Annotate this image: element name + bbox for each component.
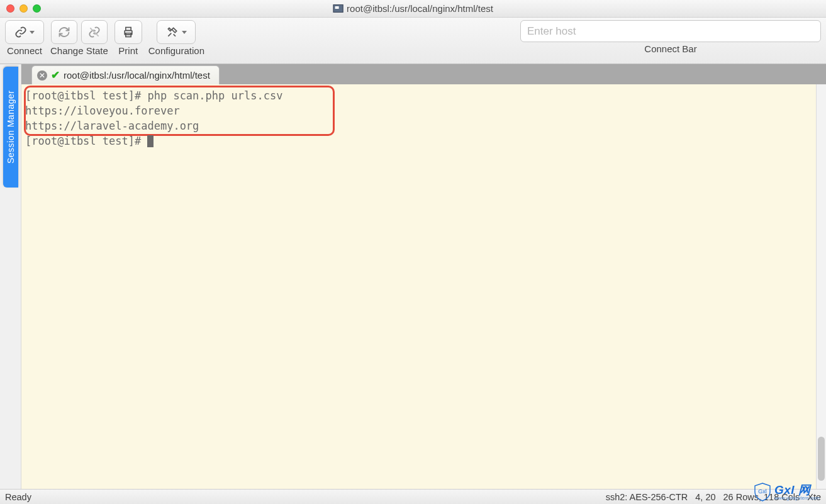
print-group: Print bbox=[114, 20, 142, 56]
disconnect-button[interactable] bbox=[81, 20, 108, 44]
link-break-icon bbox=[88, 26, 101, 38]
body: Session Manager ✕ ✔ root@itbsl:/usr/loca… bbox=[0, 64, 826, 489]
sidebar: Session Manager bbox=[0, 64, 21, 489]
configuration-button[interactable] bbox=[157, 20, 196, 44]
statusbar: Ready ssh2: AES-256-CTR 4, 20 26 Rows, 1… bbox=[0, 489, 826, 504]
minimize-window-button[interactable] bbox=[20, 4, 28, 13]
connect-bar-group: Connect Bar bbox=[520, 20, 821, 54]
tabstrip: ✕ ✔ root@itbsl:/usr/local/nginx/html/tes… bbox=[21, 64, 826, 84]
terminal-line: https://iloveyou.forever bbox=[25, 103, 812, 118]
connected-check-icon: ✔ bbox=[51, 69, 60, 82]
terminal-line: [root@itbsl test]# php scan.php urls.csv bbox=[25, 88, 812, 103]
cursor-icon bbox=[147, 135, 153, 147]
configuration-label: Configuration bbox=[148, 45, 204, 56]
tools-icon bbox=[165, 26, 179, 38]
terminal-line: [root@itbsl test]# bbox=[25, 133, 812, 148]
status-encryption: ssh2: AES-256-CTR bbox=[606, 492, 688, 502]
window-title: root@itbsl:/usr/local/nginx/html/test bbox=[347, 3, 493, 14]
traffic-lights bbox=[6, 4, 41, 13]
change-state-label: Change State bbox=[50, 45, 108, 56]
link-icon bbox=[14, 26, 27, 38]
reconnect-button[interactable] bbox=[51, 20, 77, 44]
tab-label: root@itbsl:/usr/local/nginx/html/test bbox=[64, 70, 210, 81]
title-center: root@itbsl:/usr/local/nginx/html/test bbox=[333, 3, 493, 14]
terminal-wrap: [root@itbsl test]# php scan.php urls.csv… bbox=[21, 84, 826, 489]
terminal[interactable]: [root@itbsl test]# php scan.php urls.csv… bbox=[21, 84, 816, 489]
vertical-scrollbar[interactable] bbox=[816, 84, 826, 489]
print-button[interactable] bbox=[114, 20, 142, 44]
change-state-group: Change State bbox=[50, 20, 108, 56]
zoom-window-button[interactable] bbox=[33, 4, 41, 13]
status-ready: Ready bbox=[5, 492, 31, 502]
configuration-group: Configuration bbox=[148, 20, 204, 56]
app-window: root@itbsl:/usr/local/nginx/html/test Co… bbox=[0, 0, 826, 504]
titlebar: root@itbsl:/usr/local/nginx/html/test bbox=[0, 0, 826, 18]
main: ✕ ✔ root@itbsl:/usr/local/nginx/html/tes… bbox=[21, 64, 826, 489]
status-right: ssh2: AES-256-CTR 4, 20 26 Rows, 118 Col… bbox=[606, 492, 821, 502]
status-term: Xte bbox=[807, 492, 821, 502]
host-input[interactable] bbox=[520, 20, 821, 42]
scrollbar-thumb[interactable] bbox=[818, 437, 825, 481]
terminal-icon bbox=[333, 4, 343, 13]
connect-button[interactable] bbox=[5, 20, 44, 44]
connect-group: Connect bbox=[5, 20, 44, 56]
status-dimensions: 26 Rows, 118 Cols bbox=[723, 492, 800, 502]
connect-bar-label: Connect Bar bbox=[644, 43, 696, 54]
status-cursor: 4, 20 bbox=[695, 492, 715, 502]
toolbar: Connect Change State Print bbox=[0, 18, 826, 64]
printer-icon bbox=[121, 26, 135, 38]
close-tab-icon[interactable]: ✕ bbox=[37, 70, 47, 81]
session-manager-tab[interactable]: Session Manager bbox=[3, 67, 18, 188]
chevron-down-icon bbox=[30, 31, 35, 34]
connect-label: Connect bbox=[7, 45, 42, 56]
close-window-button[interactable] bbox=[6, 4, 14, 13]
session-tab[interactable]: ✕ ✔ root@itbsl:/usr/local/nginx/html/tes… bbox=[31, 65, 220, 84]
terminal-line: https://laravel-academy.org bbox=[25, 118, 812, 133]
print-label: Print bbox=[118, 45, 138, 56]
chevron-down-icon bbox=[182, 31, 187, 34]
svg-rect-1 bbox=[126, 28, 131, 31]
reload-icon bbox=[58, 26, 70, 38]
